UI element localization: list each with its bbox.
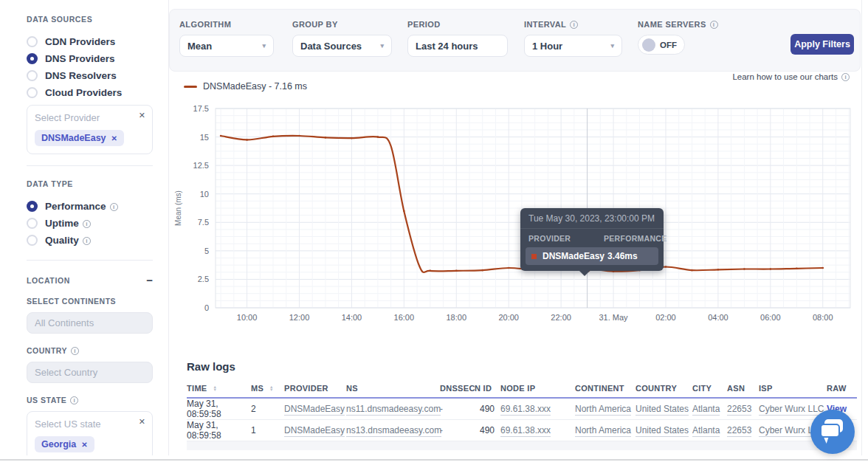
cell-provider[interactable]: DNSMadeEasy (284, 404, 345, 416)
column-node-ip: NODE IP (500, 384, 575, 393)
period-input[interactable]: Last 24 hours (407, 35, 508, 57)
bottom-scrollbar-area[interactable] (0, 455, 868, 465)
cell-node-ip[interactable]: 69.61.38.xxx (500, 425, 551, 437)
cell-node-ip[interactable]: 69.61.38.xxx (500, 404, 551, 416)
column-ns: NS (346, 384, 440, 393)
sort-icon[interactable]: ▲▼ (269, 385, 274, 392)
radio-cloud-providers[interactable]: Cloud Providers (27, 84, 159, 101)
tooltip-pointer (579, 271, 590, 276)
cell-nid: 490 (475, 425, 500, 435)
svg-text:7.5: 7.5 (198, 218, 209, 227)
cell-time: May 31, 08:59:58 (187, 420, 251, 441)
cell-asn[interactable]: 22653 (727, 425, 751, 437)
collapse-section-icon[interactable]: − (146, 274, 153, 286)
cell-nid: 490 (475, 404, 500, 414)
info-icon[interactable]: i (570, 21, 578, 29)
bottom-divider (0, 459, 868, 461)
svg-text:14:00: 14:00 (342, 313, 362, 322)
interval-select[interactable]: 1 Hour ▾ (524, 35, 622, 57)
radio-performance[interactable]: Performancei (27, 198, 159, 215)
country-label: COUNTRYi (27, 346, 159, 355)
cell-asn[interactable]: 22653 (727, 404, 751, 416)
caret-down-icon: ▾ (262, 42, 266, 49)
column-isp: ISP (759, 384, 827, 393)
clear-selection-icon[interactable]: ✕ (139, 417, 145, 427)
tooltip-performance-value: 3.46ms (607, 251, 638, 261)
radio-dns-resolvers[interactable]: DNS Resolvers (27, 67, 159, 84)
cell-city[interactable]: Atlanta (692, 404, 720, 416)
svg-text:06:00: 06:00 (760, 313, 781, 322)
chart-legend[interactable]: DNSMadeEasy - 7.16 ms (184, 81, 307, 92)
us-state-select[interactable]: ✕ Select US state Georgia ✕ (27, 411, 153, 461)
clear-selection-icon[interactable]: ✕ (139, 111, 145, 120)
radio-dns-providers[interactable]: DNS Providers (27, 50, 159, 67)
cell-ns[interactable]: ns13.dnsmadeeasy.com (346, 425, 441, 437)
cell-country[interactable]: United States (636, 404, 689, 416)
svg-text:17.5: 17.5 (193, 104, 209, 113)
provider-select-placeholder: Select Provider (35, 112, 145, 123)
radio-quality[interactable]: Qualityi (27, 232, 159, 249)
column-continent: CONTINENT (575, 384, 636, 393)
cell-continent[interactable]: North America (575, 425, 631, 437)
column-dnssec: DNSSEC (440, 384, 475, 393)
column-time[interactable]: TIME▲▼ (187, 384, 251, 393)
algorithm-label: ALGORITHM (179, 20, 274, 29)
info-icon[interactable]: i (83, 237, 91, 245)
table-row: May 31, 08:59:58 1 DNSMadeEasy ns13.dnsm… (187, 420, 857, 441)
svg-text:31. May: 31. May (599, 313, 628, 322)
provider-select[interactable]: ✕ Select Provider DNSMadeEasy ✕ (27, 105, 153, 154)
apply-filters-button[interactable]: Apply Filters (790, 34, 854, 55)
radio-label: Uptimei (45, 218, 91, 229)
group-by-select[interactable]: Data Sources ▾ (292, 35, 392, 57)
radio-label: CDN Providers (45, 36, 115, 47)
interval-label: INTERVALi (524, 20, 622, 29)
select-continents-label: SELECT CONTINENTS (27, 297, 159, 306)
algorithm-select[interactable]: Mean ▾ (179, 35, 274, 57)
chart-tooltip: Tue May 30, 2023, 23:00:00 PM PROVIDER P… (520, 208, 664, 271)
continents-input[interactable] (27, 312, 153, 334)
chat-widget-button[interactable] (810, 410, 855, 454)
remove-chip-icon[interactable]: ✕ (81, 441, 87, 449)
info-icon[interactable]: i (110, 203, 118, 211)
column-ms[interactable]: MS▲▼ (251, 384, 284, 393)
cell-ns[interactable]: ns11.dnsmadeeasy.com (346, 404, 441, 416)
info-icon[interactable]: i (83, 220, 91, 228)
remove-chip-icon[interactable]: ✕ (111, 134, 117, 142)
country-input[interactable] (27, 362, 153, 383)
chip-dnsmadeeasy[interactable]: DNSMadeEasy ✕ (35, 130, 124, 146)
name-servers-toggle[interactable]: OFF (638, 35, 685, 55)
chip-georgia[interactable]: Georgia ✕ (35, 436, 94, 452)
column-city: CITY (692, 384, 727, 393)
main-content: ALGORITHM Mean ▾ GROUP BY Data Sources ▾… (169, 0, 862, 455)
cell-city[interactable]: Atlanta (692, 425, 720, 437)
tooltip-provider-col: PROVIDER (528, 234, 604, 243)
radio-cdn-providers[interactable]: CDN Providers (27, 33, 159, 50)
sort-icon[interactable]: ▲▼ (213, 385, 217, 392)
cell-isp[interactable]: Cyber Wurx LLC (759, 404, 824, 416)
cell-dnssec: - (440, 425, 475, 435)
divider (27, 260, 153, 261)
radio-label: Qualityi (45, 235, 91, 246)
cell-provider[interactable]: DNSMadeEasy (284, 425, 345, 437)
us-state-placeholder: Select US state (35, 418, 145, 430)
performance-line-chart[interactable]: 02.557.51012.51517.510:0012:0014:0016:00… (169, 93, 861, 326)
series-swatch-icon (531, 254, 537, 259)
info-icon[interactable]: i (710, 21, 718, 29)
radio-icon (27, 235, 38, 246)
chip-label: DNSMadeEasy (41, 133, 106, 143)
radio-label: DNS Providers (45, 53, 115, 64)
us-state-label: US STATEi (27, 396, 159, 404)
svg-text:2.5: 2.5 (198, 275, 209, 283)
caret-down-icon: ▾ (610, 42, 614, 49)
svg-text:10:00: 10:00 (237, 313, 258, 322)
info-icon[interactable]: i (70, 396, 78, 404)
algorithm-value: Mean (187, 41, 212, 52)
cell-country[interactable]: United States (636, 425, 689, 437)
divider (27, 165, 153, 166)
radio-selected-icon (27, 201, 38, 212)
charts-help-link[interactable]: Learn how to use our chartsi (732, 72, 850, 81)
svg-text:5: 5 (204, 247, 209, 255)
cell-continent[interactable]: North America (575, 404, 631, 416)
info-icon[interactable]: i (71, 347, 79, 355)
radio-uptime[interactable]: Uptimei (27, 215, 159, 232)
